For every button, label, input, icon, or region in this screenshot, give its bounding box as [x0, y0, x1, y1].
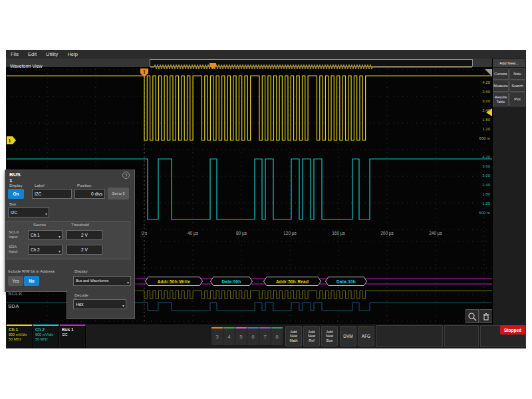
time-label: 120 µs	[283, 231, 297, 235]
time-label: 80 µs	[236, 231, 247, 235]
menu-bar: File Edit Utility Help	[6, 50, 526, 59]
bus1-badge[interactable]: Bus 1 I2C	[60, 325, 86, 348]
ch2-badge[interactable]: Ch 2 600 mV/div 50 MHz	[33, 325, 59, 348]
sda-source-value: Ch 2	[31, 247, 40, 252]
bus-decode-data-00: Data:00h	[210, 277, 253, 286]
results-table-button[interactable]: Results Table	[493, 92, 509, 106]
decode-format-dropdown[interactable]: Hex	[73, 299, 126, 309]
rw-yes-button[interactable]: Yes	[8, 276, 23, 286]
help-icon[interactable]	[122, 172, 130, 179]
sclk-threshold-input[interactable]: 2 V	[66, 230, 102, 240]
bus-type-value: I2C	[11, 210, 17, 215]
sda-input-label: SDA Input	[9, 245, 26, 254]
ch2-scale-label: 4.20	[474, 155, 490, 159]
add-new-math-button[interactable]: Add New Math	[285, 326, 302, 346]
ch2-scale-label: 600 m	[474, 211, 490, 215]
menu-utility[interactable]: Utility	[46, 51, 58, 57]
menu-file[interactable]: File	[11, 51, 19, 57]
navigator-preview	[150, 63, 472, 69]
display-mode-label: Display	[74, 269, 88, 274]
trigger-marker-glyph: T	[143, 70, 146, 74]
chevron-down-icon	[45, 210, 47, 217]
oscilloscope-screen: File Edit Utility Help Waveform View T 1…	[0, 0, 532, 399]
display-mode-value: Bus and Waveforms	[76, 279, 108, 283]
channel-7-button[interactable]: 7	[259, 327, 271, 345]
ch2-scale-label: 3.00	[474, 174, 490, 178]
display-mode-dropdown[interactable]: Bus and Waveforms	[73, 276, 131, 286]
sda-row-label: SDA	[8, 303, 19, 309]
chevron-down-icon	[59, 233, 61, 240]
stopped-button[interactable]: Stopped	[500, 325, 525, 334]
navigator-waveform	[150, 65, 472, 69]
label-label: Label	[35, 184, 45, 188]
channel-4-button[interactable]: 4	[223, 327, 235, 345]
ch1-scale-label: 2.40	[474, 108, 490, 112]
sda-source-dropdown[interactable]: Ch 2	[28, 245, 63, 255]
rw-no-button[interactable]: No	[24, 276, 39, 286]
set-to-zero-button[interactable]: Set to 0	[108, 188, 129, 200]
sclk-source-value: Ch 1	[31, 233, 40, 237]
add-new-bus-button[interactable]: Add New Bus	[321, 326, 338, 346]
menu-edit[interactable]: Edit	[28, 51, 37, 57]
dvm-button[interactable]: DVM	[340, 326, 356, 346]
chevron-down-icon	[127, 279, 129, 286]
afg-button[interactable]: AFG	[358, 326, 374, 346]
bus-label-input[interactable]: I2C	[32, 189, 72, 199]
time-label: 40 µs	[188, 231, 198, 235]
threshold-header: Threshold	[71, 223, 89, 227]
search-button[interactable]: Search	[509, 80, 525, 92]
decode-format-value: Hex	[76, 302, 84, 307]
sclk-source-dropdown[interactable]: Ch 1	[28, 230, 63, 240]
ch1-scale-label: 3.00	[474, 99, 490, 103]
time-label: 0 s	[142, 231, 148, 235]
ch1-position-glyph: 1	[9, 138, 11, 143]
ch1-scale-label: 1.20	[474, 127, 490, 131]
rw-bit-label: Include R/W bit in Address	[8, 269, 81, 274]
ch1-badge[interactable]: Ch 1 800 mV/div 50 MHz	[7, 325, 33, 348]
trash-icon	[481, 312, 491, 321]
source-header: Source	[33, 223, 46, 227]
display-label: Display	[9, 184, 23, 188]
bus-type-dropdown[interactable]: I2C	[8, 207, 49, 217]
waveform-view-tab[interactable]: Waveform View	[6, 64, 43, 68]
delete-button[interactable]	[479, 309, 493, 323]
display-on-toggle[interactable]: On	[8, 189, 24, 199]
bus-decode-addr-write: Addr:50h:Write	[145, 277, 203, 286]
sda-threshold-input[interactable]: 2 V	[66, 245, 102, 255]
channel-3-button[interactable]: 3	[211, 327, 223, 345]
cursors-button[interactable]: Cursors	[493, 68, 509, 80]
position-input[interactable]: 0 divs	[74, 189, 105, 199]
measure-button[interactable]: Measure	[493, 80, 509, 92]
chevron-down-icon	[59, 247, 61, 255]
bus-decode-addr-read: Addr:50h:Read	[263, 277, 321, 286]
channel-6-button[interactable]: 6	[247, 327, 259, 345]
menu-help[interactable]: Help	[67, 51, 77, 57]
position-label: Position	[77, 184, 91, 188]
ch2-scale-label: 2.40	[474, 183, 490, 187]
channel-8-button[interactable]: 8	[271, 327, 283, 345]
chevron-down-icon	[122, 302, 124, 309]
corner-flag-icon	[485, 69, 492, 76]
ch2-scale-label: 3.60	[474, 164, 490, 168]
horizontal-panel[interactable]	[376, 325, 443, 347]
ch1-scale-label: 1.80	[474, 118, 490, 122]
note-button[interactable]: Note	[509, 68, 525, 80]
add-new-ref-button[interactable]: Add New Ref	[303, 326, 320, 346]
ch1-scale-label: 4.20	[474, 80, 490, 84]
ch2-scale-label: 1.80	[474, 192, 490, 196]
zoom-button[interactable]	[466, 309, 479, 323]
bus-decode-data-10: Data:10h	[325, 277, 367, 286]
ch1-trace	[7, 76, 492, 140]
time-label: 160 µs	[332, 231, 345, 235]
plot-button[interactable]: Plot	[509, 92, 525, 106]
magnifier-icon	[467, 312, 477, 321]
channel-5-button[interactable]: 5	[235, 327, 247, 345]
dialog-title: BUS 1	[9, 172, 21, 184]
sclk-input-label: SCLK Input	[9, 230, 26, 239]
add-new-header: Add New...	[493, 59, 525, 67]
record-navigator[interactable]	[150, 59, 473, 66]
trigger-panel[interactable]	[444, 325, 479, 347]
ch1-scale-label: 3.60	[474, 90, 490, 94]
time-label: 240 µs	[429, 231, 442, 235]
ch2-scale-label: 1.20	[474, 201, 490, 205]
